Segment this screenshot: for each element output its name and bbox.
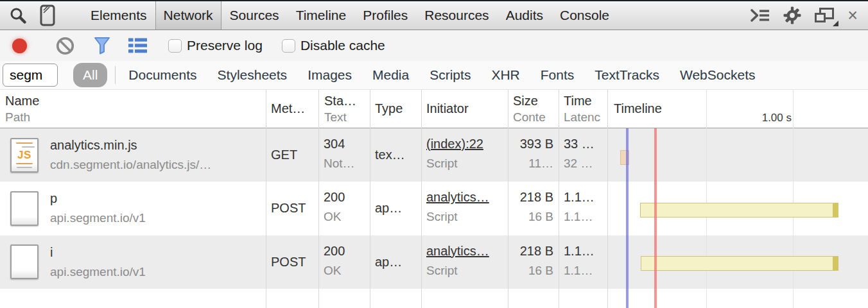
request-size: 218 B	[520, 244, 553, 259]
dom-content-loaded-line	[626, 128, 629, 308]
js-file-icon: JS	[10, 138, 39, 173]
close-icon[interactable]: ×	[847, 7, 858, 24]
clear-icon[interactable]	[55, 36, 75, 56]
request-size: 393 B	[520, 137, 553, 151]
tab-timeline[interactable]: Timeline	[288, 1, 355, 30]
tab-audits[interactable]: Audits	[498, 1, 551, 30]
initiator-link[interactable]: (index):22	[426, 137, 503, 151]
console-drawer-icon[interactable]	[750, 8, 770, 23]
header-path-label: Path	[5, 110, 39, 124]
request-status: 200	[324, 190, 365, 205]
request-status: 200	[324, 244, 365, 259]
search-icon[interactable]	[9, 6, 27, 24]
code-line	[17, 167, 32, 168]
grid-header: Name Path Met… Sta… Text Type Initiator …	[0, 90, 868, 128]
request-path: cdn.segment.io/analytics.js/…	[50, 158, 211, 172]
js-icon-label: JS	[17, 149, 31, 162]
filter-type-websockets[interactable]: WebSockets	[680, 67, 756, 83]
header-status[interactable]: Sta… Text	[324, 90, 368, 128]
tab-resources[interactable]: Resources	[416, 1, 497, 30]
filter-funnel-icon[interactable]	[93, 36, 111, 55]
filter-type-scripts[interactable]: Scripts	[430, 67, 471, 83]
initiator-type: Script	[426, 264, 503, 278]
network-toolbar: Preserve log Disable cache	[0, 30, 868, 61]
request-status-text: OK	[324, 210, 365, 224]
header-method[interactable]: Met…	[271, 90, 316, 128]
column-divider[interactable]	[370, 90, 370, 308]
request-name: analytics.min.js	[50, 138, 211, 153]
tab-profiles[interactable]: Profiles	[354, 1, 416, 30]
request-time: 1.1…	[564, 190, 602, 205]
tab-network[interactable]: Network	[155, 1, 221, 30]
header-timeline[interactable]: Timeline	[614, 90, 662, 128]
filter-type-xhr[interactable]: XHR	[491, 67, 519, 83]
filter-type-fonts[interactable]: Fonts	[541, 67, 575, 83]
column-divider[interactable]	[508, 90, 508, 308]
request-path: api.segment.io/v1	[50, 265, 146, 279]
column-divider[interactable]	[421, 90, 422, 308]
filter-separator	[115, 66, 116, 84]
filter-type-documents[interactable]: Documents	[128, 67, 196, 83]
column-divider[interactable]	[607, 90, 608, 308]
document-icon	[10, 244, 39, 279]
timeline-bar-3[interactable]	[641, 256, 838, 271]
request-size: 218 B	[520, 190, 553, 205]
header-time[interactable]: Time Latenc	[564, 90, 606, 128]
code-line	[22, 146, 35, 148]
request-name: p	[50, 191, 146, 206]
cell-name: p api.segment.io/v1	[0, 182, 266, 235]
preserve-log-checkbox[interactable]	[168, 39, 182, 53]
header-name[interactable]: Name Path	[5, 90, 39, 128]
header-type[interactable]: Type	[375, 90, 419, 128]
tab-sources[interactable]: Sources	[221, 1, 288, 30]
request-status-text: Not…	[324, 157, 365, 171]
header-timeline-label: Timeline	[614, 101, 662, 116]
cell-name: JS analytics.min.js cdn.segment.io/analy…	[0, 128, 266, 182]
document-icon	[10, 191, 39, 226]
large-resource-rows-icon[interactable]	[128, 37, 148, 54]
column-divider[interactable]	[318, 90, 319, 308]
timeline-scale-label: 1.00 s	[762, 112, 792, 124]
tab-elements[interactable]: Elements	[82, 1, 155, 30]
header-initiator-label: Initiator	[426, 101, 506, 116]
header-time-label: Time	[564, 94, 606, 108]
table-row[interactable]: JS analytics.min.js cdn.segment.io/analy…	[0, 128, 868, 182]
request-latency: 1.1…	[564, 264, 602, 278]
filter-type-all[interactable]: All	[73, 63, 107, 87]
filter-query-input[interactable]: segm	[3, 64, 58, 87]
request-method: GET	[271, 148, 313, 162]
column-divider[interactable]	[559, 90, 559, 308]
header-size[interactable]: Size Conte	[513, 90, 555, 128]
initiator-link[interactable]: analytics…	[426, 244, 503, 259]
preserve-log-label: Preserve log	[187, 38, 263, 53]
gear-icon[interactable]	[783, 6, 801, 24]
network-filter-bar: segm All Documents Stylesheets Images Me…	[0, 61, 868, 90]
devtools-main-toolbar: Elements Network Sources Timeline Profil…	[0, 0, 868, 30]
header-method-label: Met…	[271, 101, 316, 116]
record-button[interactable]	[12, 38, 27, 53]
dock-side-icon[interactable]	[814, 7, 835, 24]
timeline-gridline	[793, 90, 794, 308]
timeline-bar-2[interactable]	[640, 203, 838, 218]
filter-type-texttracks[interactable]: TextTracks	[595, 67, 659, 83]
filter-type-stylesheets[interactable]: Stylesheets	[218, 67, 288, 83]
initiator-link[interactable]: analytics…	[426, 190, 503, 205]
header-status-text-label: Text	[324, 110, 368, 124]
request-time: 1.1…	[564, 244, 602, 259]
panel-tabs: Elements Network Sources Timeline Profil…	[82, 1, 618, 30]
header-type-label: Type	[375, 101, 419, 116]
request-status-text: OK	[324, 264, 365, 278]
column-divider[interactable]	[266, 90, 266, 308]
request-type: ap…	[375, 255, 416, 270]
device-mode-icon[interactable]	[40, 4, 55, 26]
header-size-label: Size	[513, 94, 555, 108]
filter-type-media[interactable]: Media	[372, 67, 409, 83]
request-status: 304	[324, 137, 365, 151]
tab-console[interactable]: Console	[551, 1, 618, 30]
header-initiator[interactable]: Initiator	[426, 90, 506, 128]
header-latency-label: Latenc	[564, 110, 606, 124]
code-line	[16, 163, 33, 164]
dock-menu-arrow-icon	[833, 21, 838, 26]
filter-type-images[interactable]: Images	[308, 67, 352, 83]
disable-cache-checkbox[interactable]	[282, 39, 295, 53]
